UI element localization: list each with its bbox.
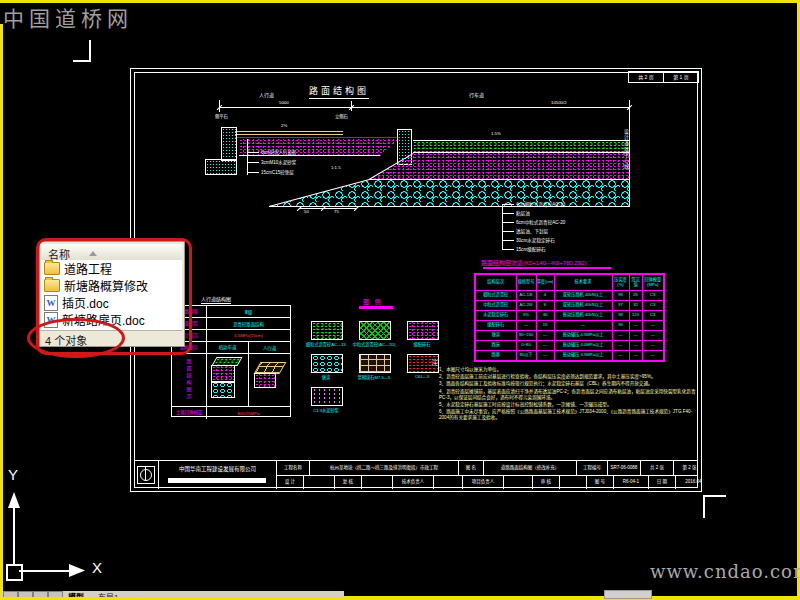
list-item: 15cmC15砼垫层 [261,168,297,178]
field-label: 日 期 [649,475,676,489]
sheet-total: 共 2 张 [641,461,674,475]
pavement-structure-table: 结构层次规格型号厚度(cm)技术要求压实度(%)弯沉值回弹模量(MPa)细粒式沥… [474,273,665,362]
field-label: 设 计 [277,475,304,489]
autocad-canvas: 中国道桥网 www.cndao.com 共 2 页 第 1 页 路面结构图 人行… [0,0,800,600]
company-underline-bar [168,478,266,483]
row-value: Ⅲ级 [207,309,290,315]
table-cell: — [612,351,629,362]
curb-stone-left [221,127,237,161]
table-cell: 80~150 [516,331,536,341]
list-item: 2、沥青砼面层施工前应对基层进行检查验收，各结构层压实度必须达到规范要求，其中土… [439,374,697,380]
ucs-y-axis [13,508,15,566]
tab-nav-next-button[interactable] [33,591,48,597]
list-item: 5、水泥稳定碎石基层施工时应按设计标高控制松铺系数，一次摊铺、一次碾压成型。 [439,402,697,408]
list-item: 粘层油 [516,209,565,218]
table-cell: — [629,321,642,331]
leader-stub [502,240,514,241]
horizontal-scrollbar-fragment[interactable] [604,590,652,599]
company-logo-icon [137,466,155,484]
page-number-box: 第 1 页 [663,71,699,83]
drawing-sheet: 共 2 页 第 1 页 路面结构图 人行道 行车道 5000 10500/2 侧… [130,68,702,492]
table-cell: 振动碾压 4.5MPa以上 [554,331,612,341]
field-label: 技术负责人 [393,475,434,489]
tab-nav-first-button[interactable] [3,591,18,597]
leader-bracket-right [502,204,503,250]
section-title: 路面结构图 [309,84,369,99]
table-cell: 路床 [475,341,516,351]
legend-title-bar [359,306,393,309]
table-cell: — [642,321,664,331]
ucs-y-label: Y [8,466,18,483]
table-cell: 塘渣 [475,331,516,341]
table-cell: 振动碾压 3.5MPa以上 [554,351,612,362]
table-cell: 5% [516,311,536,321]
road-layer-labels: 4cm细粒式沥青砼AC-13粘层油6cm中粒式沥青砼AC-20透层油、下封层30… [516,200,565,254]
leader-stub [502,204,514,205]
dim-text-seg2: 75 [334,210,339,214]
asphalt-wearing-course-hatch [413,141,630,152]
field-label: 工程名称 [277,461,310,475]
slope-label-road: 1.5% [491,132,501,136]
legend-label: C6J—3 [390,374,454,379]
legend-swatch-masonry [359,354,391,373]
list-item: 1、本图尺寸均以厘米为单位。 [439,367,697,373]
sidewalk-surface-line [235,131,343,132]
table-cell: 0~80 [516,341,536,351]
table-cell: 回弹模量(MPa) [642,274,664,291]
tab-nav-last-button[interactable] [48,591,63,597]
table-cell: 80以下 [516,351,536,362]
table-cell: 32 [629,301,642,311]
crop-mark-bottomright [703,495,705,518]
table-cell: — [629,351,642,362]
crop-mark-topleft [73,60,91,62]
carriageway-structure-sketch [207,354,249,406]
ucs-x-label: X [92,559,102,576]
title-block-row1: 工程名称 杭州某地块（纬二路～纬三路及排洪明渠段）市政工程 图 名 道路路面结构… [277,461,698,476]
ucs-origin-box [6,564,23,581]
table-cell: — [612,331,629,341]
row-value: 4.5MPa(15cm) [207,333,290,338]
project-number: SR7-06-0088 [608,461,641,475]
ucs-y-arrow [8,492,20,508]
leader-stub [502,222,514,223]
field-value [304,475,335,489]
page-count-box: 共 2 页 [628,71,664,83]
centerline-label: 设计道路中心线 [622,129,629,170]
tab-layout1[interactable]: 布局1 [98,591,118,597]
table-cell: C3 [642,311,664,321]
sidewalk-structure-sketch [249,354,290,406]
legend-swatch-mortar [311,387,343,406]
table-cell: — [536,351,554,362]
leader-stub [247,152,259,153]
col-header-sidewalk: 人行道 [249,345,290,351]
table-cell: — [629,331,642,341]
table-cell: — [536,341,554,351]
table-cell: — [629,341,642,351]
footer-value: E0≥25MPa [207,411,290,416]
table-cell: AC-13Ⅰ [516,291,536,301]
structure-table-title: 路面结构层次表(K0+140—K0+760.292) [481,258,586,267]
zone-label-roadway: 行车道 [469,93,484,98]
legend-label: 级配碎石 [390,341,454,347]
table-cell: 120 [629,311,642,321]
table-cell: — [516,321,536,331]
date-value: 2016.04 [676,475,711,489]
legend-swatch-c6j [407,354,439,373]
annotation-ellipse [27,318,125,358]
table-cell: 6 [536,301,554,311]
leader-stub [502,249,514,250]
table-cell: 规格型号 [516,274,536,291]
table-cell: 弯沉值 [629,274,642,291]
list-item: 15cm级配碎石 [516,245,565,254]
crop-mark-topleft [89,40,91,62]
tab-model[interactable]: 模型 [68,591,84,597]
table-cell: — [642,331,664,341]
dim-text-left-span: 5000 [279,101,289,105]
site-url-watermark: www.cndao.com [650,561,800,582]
leader-stub [502,213,514,214]
table-cell: 4 [536,291,554,301]
legend-title: 图 例 [363,297,383,306]
list-item: 30cm水泥稳定碎石 [516,236,565,245]
table-cell: 25 [629,291,642,301]
tab-nav-prev-button[interactable] [18,591,33,597]
